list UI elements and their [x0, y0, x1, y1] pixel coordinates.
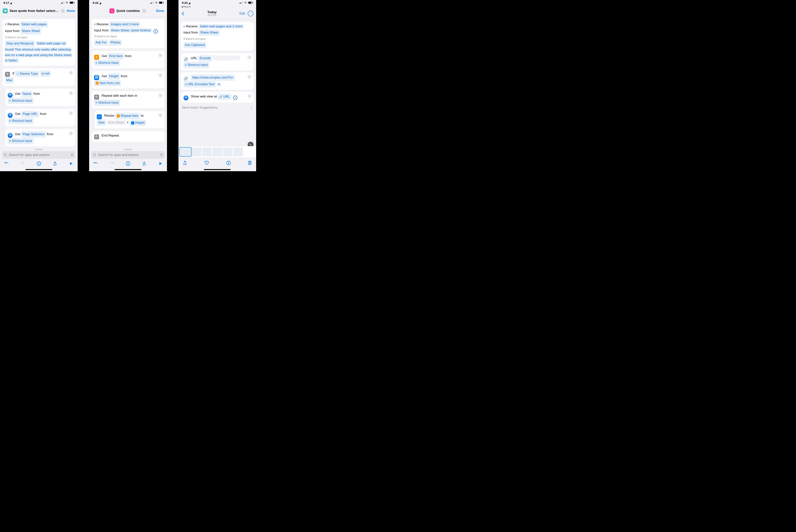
share-button[interactable] — [183, 160, 187, 166]
search-input[interactable] — [98, 153, 158, 157]
search-input[interactable] — [9, 153, 69, 157]
receive-type-token[interactable]: Images and 3 more — [109, 21, 140, 27]
more-button[interactable]: ⋯ — [248, 11, 253, 17]
home-indicator[interactable] — [25, 169, 52, 170]
if-operator-token[interactable]: is not — [40, 71, 51, 77]
get-height-action[interactable]: ✕ 🖼 Get Height from ≡Item from List — [92, 71, 164, 89]
info-button[interactable] — [226, 161, 231, 165]
remove-action-button[interactable]: ✕ — [247, 75, 252, 79]
delete-button[interactable] — [248, 160, 252, 166]
remove-action-button[interactable]: ✕ — [69, 71, 73, 75]
get-what-token[interactable]: Page URL — [21, 111, 39, 117]
if-value-token[interactable]: Mac — [5, 77, 14, 83]
done-button[interactable]: Done — [67, 9, 75, 13]
info-button[interactable] — [125, 161, 131, 166]
encode-token[interactable]: Encode — [198, 55, 212, 61]
height-var[interactable]: ↕Height — [130, 120, 146, 126]
undo-button[interactable] — [4, 161, 9, 166]
thumbnail[interactable] — [192, 148, 201, 156]
remove-action-button[interactable]: ✕ — [69, 91, 73, 95]
thumbnail[interactable] — [213, 148, 222, 156]
thumbnail-selected[interactable] — [180, 148, 191, 156]
receive-action[interactable]: ⎘ Receive Images and 3 more input from S… — [92, 19, 164, 48]
receive-action[interactable]: ⎘ Receive Safari web pages input from Sh… — [3, 19, 75, 66]
autowidth-placeholder[interactable]: Auto Width — [107, 120, 126, 125]
photos-token[interactable]: Photos — [109, 39, 122, 46]
remove-action-button[interactable]: ✕ — [158, 93, 162, 98]
shortcut-input-var[interactable]: ⎘Shortcut Input — [183, 62, 209, 68]
home-indicator[interactable] — [204, 169, 231, 170]
remove-action-button[interactable]: ✕ — [69, 131, 73, 136]
end-repeat-action[interactable]: ⟳ End Repeat — [92, 131, 164, 141]
remove-action-button[interactable]: ✕ — [69, 111, 73, 115]
info-button[interactable] — [36, 161, 42, 166]
done-button[interactable]: Done — [156, 9, 164, 13]
thumbnail[interactable] — [202, 148, 212, 156]
get-pageselection-action[interactable]: ✕ ✦ Get Page Selection from ⎘Shortcut In… — [5, 129, 75, 147]
dictation-icon[interactable]: 🎙 — [160, 153, 163, 157]
remove-action-button[interactable]: ✕ — [247, 55, 252, 60]
device-type-var[interactable]: ▢Device Type — [15, 71, 39, 77]
show-webview-action[interactable]: ✕ ✦ Show web view at 🔗URL — [181, 92, 253, 103]
url-var[interactable]: 🔗URL — [218, 94, 231, 100]
get-what-token[interactable]: Height — [108, 73, 120, 79]
repeat-action[interactable]: ✕ ⟳ Repeat with each item in ⎘Shortcut I… — [92, 91, 164, 108]
shortcut-input-var[interactable]: ⎘Shortcut Input — [94, 100, 120, 106]
resize-action[interactable]: ✕ ⤢ Resize 𝓍Repeat Item to Size Auto Wid… — [94, 111, 164, 128]
shortcut-input-var[interactable]: ⎘Shortcut Input — [94, 60, 120, 66]
shortcut-input-var[interactable]: ⎘Shortcut Input — [8, 118, 34, 124]
favorite-button[interactable] — [204, 161, 209, 165]
share-button[interactable] — [142, 161, 147, 166]
url-text-token[interactable]: https://www.snopes.com/?s= — [191, 75, 235, 81]
receive-type-token[interactable]: Safari web pages and 2 more — [199, 24, 244, 28]
if-action[interactable]: ✕ If ▢Device Type is not Mac — [3, 69, 75, 86]
url-encoded-var[interactable]: ⎘URL Encoded Text — [183, 81, 216, 88]
urlencode-action[interactable]: ✕ 🔗 URL Encode ⎘Shortcut Input — [181, 53, 253, 71]
shortcut-input-var[interactable]: ⎘Shortcut Input — [8, 138, 34, 144]
next-action-suggestions[interactable]: Next Action Suggestions — [181, 105, 253, 110]
input-source-token[interactable]: Share Sheet — [20, 28, 41, 34]
get-firstitem-action[interactable]: ✕ ≡ Get First Item from ⎘Shortcut Input — [92, 51, 164, 69]
title-menu-button[interactable] — [142, 8, 147, 14]
search-bar[interactable]: 🎙 — [2, 151, 76, 159]
share-button[interactable] — [52, 161, 58, 166]
run-button[interactable] — [158, 161, 163, 166]
undo-button[interactable] — [93, 161, 98, 166]
receive-action[interactable]: ⎘ Receive Safari web pages and 2 more in… — [181, 22, 253, 51]
shortcut-input-var[interactable]: ⎘Shortcut Input — [8, 98, 34, 104]
get-name-action[interactable]: ✕ ✦ Get Name from ⎘Shortcut Input — [5, 89, 75, 106]
thumbnail[interactable] — [223, 148, 233, 156]
shortcut-title[interactable]: Quick combine — [116, 9, 140, 13]
search-bar[interactable]: 🎙 — [91, 151, 165, 159]
edit-button[interactable]: Edit — [239, 12, 245, 16]
stop-respond-token[interactable]: Stop and Respond — [5, 40, 35, 47]
action-drawer[interactable]: 🎙 — [89, 148, 167, 171]
empty-text-field[interactable] — [213, 55, 240, 60]
thumbnail[interactable] — [233, 148, 243, 156]
action-drawer[interactable]: 🎙 — [0, 148, 78, 171]
url-action[interactable]: ✕ 🔗 https://www.snopes.com/?s= ⎘URL Enco… — [181, 72, 253, 90]
input-source-token[interactable]: Share Sheet, Quick Actions — [110, 28, 152, 33]
disclosure-button[interactable] — [153, 29, 158, 34]
remove-action-button[interactable]: ✕ — [158, 73, 162, 78]
home-indicator[interactable] — [115, 169, 142, 170]
get-what-token[interactable]: Page Selection — [21, 131, 46, 137]
screenshot-thumbnails[interactable] — [179, 146, 256, 158]
remove-action-button[interactable]: ✕ — [158, 53, 162, 57]
add-url-button[interactable]: + — [217, 82, 221, 87]
get-what-token[interactable]: Name — [21, 91, 33, 97]
get-what-token[interactable]: First Item — [108, 53, 124, 59]
drawer-grabber[interactable] — [35, 149, 43, 150]
size-token[interactable]: Size — [97, 119, 106, 126]
get-pageurl-action[interactable]: ✕ ✦ Get Page URL from ⎘Shortcut Input — [5, 109, 75, 126]
input-source-token[interactable]: Share Sheet — [199, 30, 220, 36]
run-button[interactable] — [69, 161, 74, 166]
disclosure-button[interactable] — [233, 96, 237, 100]
remove-action-button[interactable]: ✕ — [158, 113, 162, 117]
getclipboard-token[interactable]: Get Clipboard — [183, 42, 206, 48]
drawer-grabber[interactable] — [124, 149, 132, 150]
title-menu-button[interactable] — [60, 8, 66, 14]
remove-action-button[interactable]: ✕ — [247, 94, 252, 98]
back-button[interactable] — [181, 11, 185, 16]
askfor-token[interactable]: Ask For — [94, 39, 108, 46]
